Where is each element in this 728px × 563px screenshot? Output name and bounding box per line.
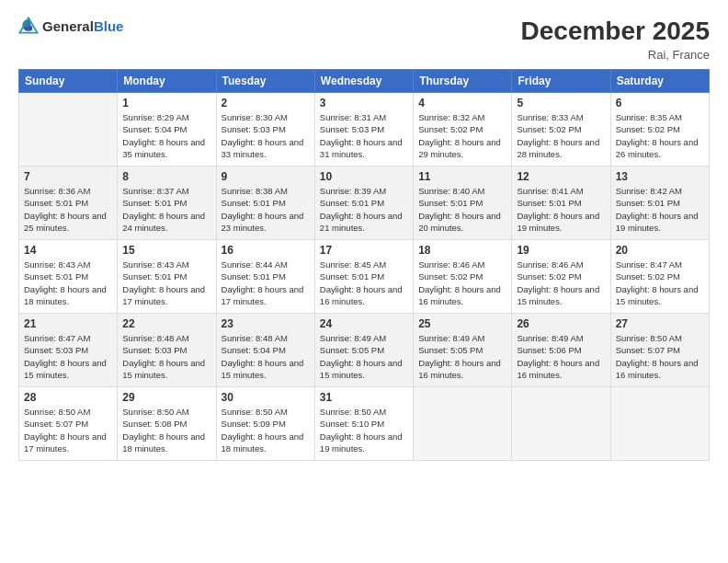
- logo: GeneralBlue: [18, 17, 123, 37]
- day-number: 3: [320, 97, 408, 109]
- calendar-cell: 12Sunrise: 8:41 AMSunset: 5:01 PMDayligh…: [512, 167, 610, 240]
- day-info: Sunrise: 8:50 AMSunset: 5:10 PMDaylight:…: [320, 406, 408, 454]
- day-info: Sunrise: 8:44 AMSunset: 5:01 PMDaylight:…: [222, 259, 310, 307]
- header-sunday: Sunday: [19, 70, 118, 93]
- day-number: 16: [222, 244, 310, 257]
- day-number: 11: [418, 170, 506, 183]
- calendar-cell: 17Sunrise: 8:45 AMSunset: 5:01 PMDayligh…: [314, 240, 413, 314]
- location: Rai, France: [521, 48, 710, 62]
- logo-icon: [18, 17, 39, 37]
- day-info: Sunrise: 8:50 AMSunset: 5:07 PMDaylight:…: [24, 406, 112, 454]
- day-number: 31: [320, 391, 408, 404]
- calendar-cell: 19Sunrise: 8:46 AMSunset: 5:02 PMDayligh…: [512, 240, 610, 314]
- day-info: Sunrise: 8:50 AMSunset: 5:07 PMDaylight:…: [616, 332, 704, 381]
- day-info: Sunrise: 8:37 AMSunset: 5:01 PMDaylight:…: [122, 185, 210, 234]
- calendar-cell: 11Sunrise: 8:40 AMSunset: 5:01 PMDayligh…: [414, 167, 512, 240]
- title-block: December 2025 Rai, France: [521, 17, 710, 62]
- day-info: Sunrise: 8:42 AMSunset: 5:01 PMDaylight:…: [616, 185, 704, 234]
- calendar-week-2: 7Sunrise: 8:36 AMSunset: 5:01 PMDaylight…: [19, 167, 710, 240]
- day-info: Sunrise: 8:49 AMSunset: 5:06 PMDaylight:…: [517, 332, 605, 381]
- calendar-cell: 23Sunrise: 8:48 AMSunset: 5:04 PMDayligh…: [216, 314, 314, 387]
- day-number: 19: [517, 244, 605, 257]
- calendar-cell: 18Sunrise: 8:46 AMSunset: 5:02 PMDayligh…: [414, 240, 512, 314]
- day-number: 7: [24, 170, 112, 183]
- day-info: Sunrise: 8:48 AMSunset: 5:04 PMDaylight:…: [222, 332, 310, 381]
- weekday-header-row: Sunday Monday Tuesday Wednesday Thursday…: [19, 70, 710, 93]
- day-number: 12: [517, 170, 605, 183]
- day-info: Sunrise: 8:41 AMSunset: 5:01 PMDaylight:…: [517, 185, 605, 234]
- day-number: 26: [517, 317, 605, 330]
- day-info: Sunrise: 8:49 AMSunset: 5:05 PMDaylight:…: [320, 332, 408, 381]
- calendar-cell: 14Sunrise: 8:43 AMSunset: 5:01 PMDayligh…: [19, 240, 118, 314]
- day-info: Sunrise: 8:32 AMSunset: 5:02 PMDaylight:…: [418, 111, 506, 160]
- calendar-week-3: 14Sunrise: 8:43 AMSunset: 5:01 PMDayligh…: [19, 240, 710, 314]
- day-number: 9: [222, 170, 310, 183]
- calendar-cell: 13Sunrise: 8:42 AMSunset: 5:01 PMDayligh…: [610, 167, 709, 240]
- calendar-cell: 8Sunrise: 8:37 AMSunset: 5:01 PMDaylight…: [118, 167, 216, 240]
- calendar-week-5: 28Sunrise: 8:50 AMSunset: 5:07 PMDayligh…: [19, 387, 710, 461]
- day-info: Sunrise: 8:45 AMSunset: 5:01 PMDaylight:…: [320, 259, 408, 307]
- calendar-cell: 9Sunrise: 8:38 AMSunset: 5:01 PMDaylight…: [216, 167, 314, 240]
- day-number: 18: [418, 244, 506, 257]
- calendar-cell: 31Sunrise: 8:50 AMSunset: 5:10 PMDayligh…: [314, 387, 413, 461]
- calendar-cell: 6Sunrise: 8:35 AMSunset: 5:02 PMDaylight…: [610, 93, 709, 167]
- day-number: 27: [616, 317, 704, 330]
- calendar-cell: 3Sunrise: 8:31 AMSunset: 5:03 PMDaylight…: [314, 93, 413, 167]
- calendar-cell: 28Sunrise: 8:50 AMSunset: 5:07 PMDayligh…: [19, 387, 118, 461]
- day-number: 21: [24, 317, 112, 330]
- day-info: Sunrise: 8:38 AMSunset: 5:01 PMDaylight:…: [222, 185, 310, 234]
- header-thursday: Thursday: [414, 70, 512, 93]
- header: GeneralBlue December 2025 Rai, France: [18, 17, 710, 62]
- day-number: 17: [320, 244, 408, 257]
- day-info: Sunrise: 8:50 AMSunset: 5:08 PMDaylight:…: [122, 406, 210, 454]
- day-info: Sunrise: 8:43 AMSunset: 5:01 PMDaylight:…: [24, 259, 112, 307]
- calendar-body: 1Sunrise: 8:29 AMSunset: 5:04 PMDaylight…: [19, 93, 710, 461]
- calendar-cell: 20Sunrise: 8:47 AMSunset: 5:02 PMDayligh…: [610, 240, 709, 314]
- calendar-table: Sunday Monday Tuesday Wednesday Thursday…: [18, 69, 710, 461]
- day-number: 29: [122, 391, 210, 404]
- calendar-cell: 25Sunrise: 8:49 AMSunset: 5:05 PMDayligh…: [414, 314, 512, 387]
- day-number: 2: [222, 97, 310, 109]
- logo-general: General: [42, 18, 94, 34]
- day-info: Sunrise: 8:35 AMSunset: 5:02 PMDaylight:…: [616, 111, 704, 160]
- day-info: Sunrise: 8:40 AMSunset: 5:01 PMDaylight:…: [418, 185, 506, 234]
- calendar-cell: [19, 93, 118, 167]
- calendar-cell: 1Sunrise: 8:29 AMSunset: 5:04 PMDaylight…: [118, 93, 216, 167]
- day-number: 6: [616, 97, 704, 109]
- day-number: 28: [24, 391, 112, 404]
- day-info: Sunrise: 8:46 AMSunset: 5:02 PMDaylight:…: [418, 259, 506, 307]
- page: GeneralBlue December 2025 Rai, France Su…: [0, 0, 728, 563]
- calendar-cell: 15Sunrise: 8:43 AMSunset: 5:01 PMDayligh…: [118, 240, 216, 314]
- day-number: 1: [122, 97, 210, 109]
- logo-text: GeneralBlue: [42, 18, 123, 35]
- calendar-cell: 4Sunrise: 8:32 AMSunset: 5:02 PMDaylight…: [414, 93, 512, 167]
- day-number: 22: [122, 317, 210, 330]
- calendar-cell: 30Sunrise: 8:50 AMSunset: 5:09 PMDayligh…: [216, 387, 314, 461]
- month-title: December 2025: [521, 17, 710, 46]
- calendar-cell: [610, 387, 709, 461]
- header-tuesday: Tuesday: [216, 70, 314, 93]
- day-info: Sunrise: 8:39 AMSunset: 5:01 PMDaylight:…: [320, 185, 408, 234]
- day-info: Sunrise: 8:33 AMSunset: 5:02 PMDaylight:…: [517, 111, 605, 160]
- calendar-cell: 7Sunrise: 8:36 AMSunset: 5:01 PMDaylight…: [19, 167, 118, 240]
- day-number: 10: [320, 170, 408, 183]
- day-number: 30: [222, 391, 310, 404]
- day-info: Sunrise: 8:49 AMSunset: 5:05 PMDaylight:…: [418, 332, 506, 381]
- calendar-cell: [512, 387, 610, 461]
- day-info: Sunrise: 8:30 AMSunset: 5:03 PMDaylight:…: [222, 111, 310, 160]
- calendar-cell: 5Sunrise: 8:33 AMSunset: 5:02 PMDaylight…: [512, 93, 610, 167]
- calendar-cell: 2Sunrise: 8:30 AMSunset: 5:03 PMDaylight…: [216, 93, 314, 167]
- logo-blue: Blue: [94, 18, 124, 34]
- day-number: 13: [616, 170, 704, 183]
- day-info: Sunrise: 8:31 AMSunset: 5:03 PMDaylight:…: [320, 111, 408, 160]
- calendar-cell: 22Sunrise: 8:48 AMSunset: 5:03 PMDayligh…: [118, 314, 216, 387]
- day-info: Sunrise: 8:48 AMSunset: 5:03 PMDaylight:…: [122, 332, 210, 381]
- day-info: Sunrise: 8:43 AMSunset: 5:01 PMDaylight:…: [122, 259, 210, 307]
- day-number: 23: [222, 317, 310, 330]
- calendar-cell: 24Sunrise: 8:49 AMSunset: 5:05 PMDayligh…: [314, 314, 413, 387]
- day-number: 14: [24, 244, 112, 257]
- calendar-cell: 10Sunrise: 8:39 AMSunset: 5:01 PMDayligh…: [314, 167, 413, 240]
- header-wednesday: Wednesday: [314, 70, 413, 93]
- day-number: 20: [616, 244, 704, 257]
- calendar-week-1: 1Sunrise: 8:29 AMSunset: 5:04 PMDaylight…: [19, 93, 710, 167]
